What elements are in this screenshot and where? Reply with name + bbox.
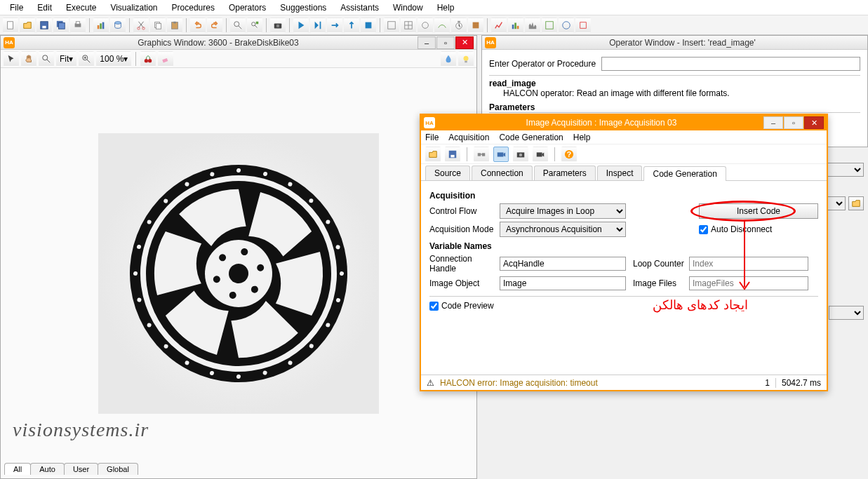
menu-help[interactable]: Help xyxy=(430,1,462,14)
hand-icon[interactable] xyxy=(21,51,36,67)
image-files-input[interactable] xyxy=(689,276,808,290)
tb-saveall-icon[interactable] xyxy=(53,18,69,33)
tb-gen7-icon[interactable] xyxy=(559,18,574,33)
tb-chart-icon[interactable] xyxy=(93,18,109,33)
tb-print-icon[interactable] xyxy=(70,18,86,33)
code-preview-checkbox[interactable]: Code Preview xyxy=(429,301,494,311)
tb-camera-icon[interactable] xyxy=(270,18,286,33)
ia-minimize-button[interactable]: – xyxy=(763,116,783,129)
tb-new-icon[interactable] xyxy=(3,18,18,33)
bg-folder-icon[interactable] xyxy=(848,196,864,210)
minimize-button[interactable]: – xyxy=(418,36,436,49)
tb-find-icon[interactable] xyxy=(230,18,246,33)
menu-operators[interactable]: Operators xyxy=(222,1,273,14)
status-count: 1 xyxy=(765,378,770,388)
ia-close-button[interactable]: ✕ xyxy=(804,116,824,129)
tb-cut-icon[interactable] xyxy=(133,18,149,33)
tb-save-icon[interactable] xyxy=(36,18,52,33)
svg-rect-29 xyxy=(473,22,479,28)
tb-undo-icon[interactable] xyxy=(190,18,206,33)
acq-mode-select[interactable]: Asynchronous Acquisition xyxy=(500,222,626,237)
eraser-icon[interactable] xyxy=(158,51,173,67)
ia-titlebar[interactable]: HA Image Acquisition : Image Acquisition… xyxy=(421,115,827,130)
menu-visualization[interactable]: Visualization xyxy=(103,1,164,14)
ia-menu-help[interactable]: Help xyxy=(573,133,591,142)
tb-db-icon[interactable] xyxy=(110,18,126,33)
maximize-button[interactable]: ▫ xyxy=(436,36,455,49)
tb-gen1-icon[interactable] xyxy=(384,18,399,33)
bulb-icon[interactable] xyxy=(458,51,474,67)
tb-stepover-icon[interactable] xyxy=(327,18,342,33)
ia-open-icon[interactable] xyxy=(425,147,441,162)
conn-handle-input[interactable] xyxy=(500,257,626,271)
fit-button[interactable]: Fit ▾ xyxy=(56,51,76,67)
ia-help-icon[interactable]: ? xyxy=(561,147,577,162)
zoom-percent[interactable]: 100 % ▾ xyxy=(96,51,131,67)
ia-save-icon[interactable] xyxy=(445,147,460,162)
drop-icon[interactable] xyxy=(441,51,456,67)
tb-redo-icon[interactable] xyxy=(207,18,222,33)
menu-file[interactable]: File xyxy=(3,1,30,14)
vartab-user[interactable]: User xyxy=(64,463,98,475)
tb-run-icon[interactable] xyxy=(293,18,309,33)
tb-open-icon[interactable] xyxy=(20,18,35,33)
ia-snap-icon[interactable] xyxy=(513,147,528,162)
menu-window[interactable]: Window xyxy=(386,1,430,14)
menu-assistants[interactable]: Assistants xyxy=(333,1,386,14)
loop-counter-input[interactable] xyxy=(689,257,808,271)
tb-gen8-icon[interactable] xyxy=(575,18,591,33)
ia-live-icon[interactable] xyxy=(533,147,548,162)
menu-edit[interactable]: Edit xyxy=(30,1,59,14)
ia-menu-codegen[interactable]: Code Generation xyxy=(499,133,563,142)
menu-suggestions[interactable]: Suggestions xyxy=(273,1,333,14)
vartab-global[interactable]: Global xyxy=(98,463,138,475)
tab-parameters[interactable]: Parameters xyxy=(534,166,596,180)
img-obj-input[interactable] xyxy=(500,276,626,290)
tb-stepout-icon[interactable] xyxy=(344,18,359,33)
tab-inspect[interactable]: Inspect xyxy=(597,166,643,180)
svg-rect-39 xyxy=(163,58,168,62)
loop-counter-label: Loop Counter xyxy=(633,259,689,269)
bg-combo3[interactable] xyxy=(829,306,864,320)
tb-paste-icon[interactable] xyxy=(167,18,182,33)
svg-rect-9 xyxy=(102,22,105,29)
ia-statusbar: ⚠ HALCON error: Image acquisition: timeo… xyxy=(421,375,827,390)
menu-execute[interactable]: Execute xyxy=(59,1,103,14)
vartab-all[interactable]: All xyxy=(4,463,31,475)
vartab-auto[interactable]: Auto xyxy=(30,463,65,475)
zoom-icon[interactable] xyxy=(39,51,54,67)
zoom2-icon[interactable] xyxy=(79,51,94,67)
tab-code-generation[interactable]: Code Generation xyxy=(643,166,726,181)
control-flow-select[interactable]: Acquire Images in Loop xyxy=(500,203,626,219)
tab-source[interactable]: Source xyxy=(425,166,470,180)
cherry-icon[interactable] xyxy=(140,51,156,67)
svg-rect-80 xyxy=(478,153,481,156)
tb-hist-icon[interactable] xyxy=(525,18,540,33)
tab-connection[interactable]: Connection xyxy=(472,166,533,180)
graphics-canvas[interactable] xyxy=(1,68,476,478)
tb-gen4-icon[interactable] xyxy=(434,18,450,33)
tb-chart2-icon[interactable] xyxy=(491,18,507,33)
ia-connect-icon[interactable] xyxy=(474,147,489,162)
tb-timer-icon[interactable] xyxy=(451,18,467,33)
tb-gen5-icon[interactable] xyxy=(468,18,483,33)
svg-rect-82 xyxy=(498,152,504,156)
ia-menu-acquisition[interactable]: Acquisition xyxy=(448,133,489,142)
tb-chart3-icon[interactable] xyxy=(508,18,523,33)
tb-gen3-icon[interactable] xyxy=(418,18,433,33)
tb-step-icon[interactable] xyxy=(310,18,326,33)
tb-copy-icon[interactable] xyxy=(150,18,166,33)
ia-maximize-button[interactable]: ▫ xyxy=(784,116,803,129)
insert-code-button[interactable]: Insert Code xyxy=(699,203,818,219)
enter-op-input[interactable] xyxy=(601,57,860,71)
tb-gen6-icon[interactable] xyxy=(542,18,557,33)
tb-stop-icon[interactable] xyxy=(361,18,376,33)
close-button[interactable]: ✕ xyxy=(455,36,474,49)
menu-procedures[interactable]: Procedures xyxy=(165,1,222,14)
ia-camera-icon[interactable] xyxy=(493,147,509,162)
tb-replace-icon[interactable] xyxy=(247,18,262,33)
pointer-icon[interactable] xyxy=(4,51,19,67)
auto-disconnect-checkbox[interactable]: Auto Disconnect xyxy=(699,224,818,234)
ia-menu-file[interactable]: File xyxy=(425,133,439,142)
tb-gen2-icon[interactable] xyxy=(401,18,416,33)
